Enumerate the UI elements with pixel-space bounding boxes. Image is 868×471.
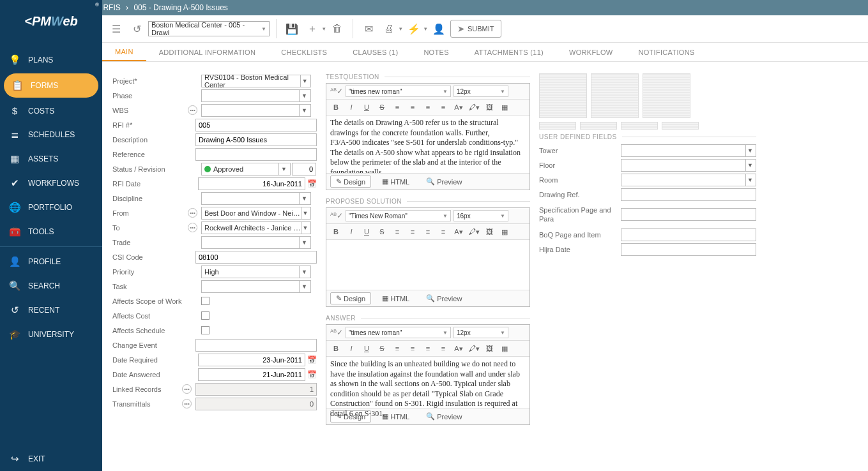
align-center-icon[interactable]: ≡ xyxy=(407,226,418,237)
solution-size-select[interactable]: 16px▼ xyxy=(453,210,508,221)
html-tab[interactable]: ▦ HTML xyxy=(376,176,415,188)
nav-recent[interactable]: ↺RECENT xyxy=(0,298,102,322)
nav-schedules[interactable]: ≣SCHEDULES xyxy=(0,123,102,147)
tab-main[interactable]: MAIN xyxy=(102,43,146,61)
align-right-icon[interactable]: ≡ xyxy=(422,101,434,113)
image-icon[interactable]: 🖼 xyxy=(483,343,495,354)
design-tab[interactable]: ✎ Design xyxy=(330,176,371,188)
history-icon[interactable]: ↺ xyxy=(128,20,146,38)
date-required-input[interactable] xyxy=(198,354,305,366)
answer-size-select[interactable]: 12px▼ xyxy=(453,327,508,338)
align-center-icon[interactable]: ≡ xyxy=(407,101,418,113)
nav-plans[interactable]: 💡PLANS xyxy=(0,48,102,72)
preview-tab[interactable]: 🔍 Preview xyxy=(420,176,468,188)
answer-font-select[interactable]: "times new roman"▼ xyxy=(346,327,451,338)
tab-clauses[interactable]: CLAUSES (1) xyxy=(340,43,411,61)
calendar-icon[interactable]: 📅 xyxy=(307,368,317,381)
solution-textarea[interactable] xyxy=(326,240,529,290)
tab-workflow[interactable]: WORKFLOW xyxy=(556,43,625,61)
answer-textarea[interactable]: Since the building is an unheated buildi… xyxy=(326,357,529,408)
changeevent-input[interactable] xyxy=(195,339,317,352)
udf-boq-input[interactable] xyxy=(621,228,756,241)
calendar-icon[interactable]: 📅 xyxy=(307,177,317,190)
action-icon[interactable]: ⚡ xyxy=(405,20,423,38)
thumbnail[interactable] xyxy=(539,73,587,118)
tab-additional-info[interactable]: ADDITIONAL INFORMATION xyxy=(146,43,268,61)
strike-icon[interactable]: S xyxy=(376,343,388,354)
solution-font-select[interactable]: "Times New Roman"▼ xyxy=(346,210,451,221)
udf-room-select[interactable]: ▼ xyxy=(621,174,756,186)
calendar-icon[interactable]: 📅 xyxy=(307,354,317,366)
cost-checkbox[interactable] xyxy=(201,311,209,320)
question-textarea[interactable]: The details on Drawing A-500 refer us to… xyxy=(326,116,529,173)
question-size-select[interactable]: 12px▼ xyxy=(453,86,508,97)
breadcrumb-rfis[interactable]: RFIS xyxy=(103,3,120,12)
delete-icon[interactable]: 🗑 xyxy=(328,20,346,38)
thumbnail[interactable] xyxy=(621,122,658,130)
preview-tab[interactable]: 🔍 Preview xyxy=(420,410,468,422)
rfi-date-input[interactable] xyxy=(198,177,305,190)
image-icon[interactable]: 🖼 xyxy=(483,226,495,237)
image-icon[interactable]: 🖼 xyxy=(483,101,495,113)
list-icon[interactable]: ☰ xyxy=(107,20,125,38)
preview-tab[interactable]: 🔍 Preview xyxy=(420,292,468,304)
highlight-icon[interactable]: 🖍▾ xyxy=(468,226,480,237)
save-icon[interactable]: 💾 xyxy=(283,20,301,38)
bold-icon[interactable]: B xyxy=(330,101,342,113)
table-icon[interactable]: ▦ xyxy=(499,226,510,237)
tab-attachments[interactable]: ATTACHMENTS (11) xyxy=(462,43,556,61)
task-select[interactable]: ▼ xyxy=(201,280,311,293)
status-select[interactable]: Approved▼ xyxy=(201,163,291,176)
email-icon[interactable]: ✉ xyxy=(360,20,377,38)
nav-portfolio[interactable]: 🌐PORTFOLIO xyxy=(0,195,102,220)
highlight-icon[interactable]: 🖍▾ xyxy=(468,101,480,113)
underline-icon[interactable]: U xyxy=(361,226,372,237)
thumbnail[interactable] xyxy=(643,73,690,118)
udf-spec-input[interactable] xyxy=(621,208,756,221)
app-logo[interactable]: <PMWeb ® xyxy=(0,0,102,43)
nav-costs[interactable]: $COSTS xyxy=(0,99,102,123)
italic-icon[interactable]: I xyxy=(346,343,357,354)
spellcheck-icon[interactable]: ᴬᴮ✓ xyxy=(330,211,343,220)
design-tab[interactable]: ✎ Design xyxy=(330,292,371,304)
strike-icon[interactable]: S xyxy=(376,226,388,237)
udf-hijra-input[interactable] xyxy=(621,243,756,256)
nav-tools[interactable]: 🧰TOOLS xyxy=(0,220,102,244)
font-color-icon[interactable]: A▾ xyxy=(453,226,464,237)
font-color-icon[interactable]: A▾ xyxy=(453,101,464,113)
tab-notes[interactable]: NOTES xyxy=(411,43,461,61)
bold-icon[interactable]: B xyxy=(330,226,342,237)
bold-icon[interactable]: B xyxy=(330,343,342,354)
thumbnail[interactable] xyxy=(591,73,639,118)
nav-assets[interactable]: ▦ASSETS xyxy=(0,147,102,171)
spellcheck-icon[interactable]: ᴬᴮ✓ xyxy=(330,328,343,337)
description-input[interactable] xyxy=(195,133,317,146)
thumbnail[interactable] xyxy=(539,122,576,130)
date-answered-input[interactable] xyxy=(198,368,305,381)
discipline-select[interactable]: ▼ xyxy=(201,192,311,205)
udf-tower-select[interactable]: ▼ xyxy=(621,144,756,157)
nav-profile[interactable]: 👤PROFILE xyxy=(0,250,102,274)
to-picker-icon[interactable]: ••• xyxy=(188,223,197,232)
nav-exit[interactable]: ↪EXIT xyxy=(0,447,102,471)
from-picker-icon[interactable]: ••• xyxy=(188,208,197,218)
wbs-select[interactable]: ▼ xyxy=(201,104,311,117)
italic-icon[interactable]: I xyxy=(346,101,357,113)
strike-icon[interactable]: S xyxy=(376,101,388,113)
nav-workflows[interactable]: ✔WORKFLOWS xyxy=(0,171,102,195)
tab-checklists[interactable]: CHECKLISTS xyxy=(268,43,340,61)
submit-button[interactable]: ➤ SUBMIT xyxy=(450,20,501,38)
align-justify-icon[interactable]: ≡ xyxy=(438,101,449,113)
tab-notifications[interactable]: NOTIFICATIONS xyxy=(625,43,707,61)
align-right-icon[interactable]: ≡ xyxy=(422,226,434,237)
align-left-icon[interactable]: ≡ xyxy=(392,343,403,354)
udf-drawing-ref-input[interactable] xyxy=(621,188,756,201)
add-icon[interactable]: ＋ xyxy=(303,20,321,38)
record-selector[interactable]: Boston Medical Center - 005 - Drawi▼ xyxy=(148,21,270,36)
csi-input[interactable] xyxy=(195,251,317,264)
revision-input[interactable] xyxy=(292,163,316,176)
reference-input[interactable] xyxy=(195,148,317,161)
to-select[interactable]: Rockwell Architects - Janice Rockwell▼ xyxy=(201,221,311,234)
nav-university[interactable]: 🎓UNIVERSITY xyxy=(0,322,102,347)
thumbnail[interactable] xyxy=(662,122,699,130)
